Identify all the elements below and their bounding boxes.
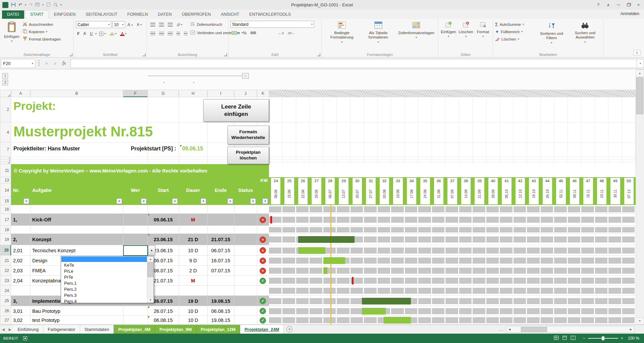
cell-end-27[interactable]: 19.08.15 [207,316,234,325]
formula-input[interactable] [70,59,637,68]
insert-function-button[interactable]: fx [60,61,68,66]
cell-duration-19[interactable]: 21 D [179,234,207,245]
ribbon-tab-entwicklertools[interactable]: ENTWICKLERTOOLS [244,10,296,19]
qat-custom-icon-1[interactable] [35,2,40,7]
gantt-column-headers[interactable] [269,90,636,97]
restore-button[interactable] [624,1,633,9]
thousands-separator-button[interactable]: 000 [249,29,258,37]
cell-nr-22[interactable]: 2,03 [13,266,30,276]
outline-collapse-button[interactable]: − [242,73,249,79]
cell-end-19[interactable]: 21.07.15 [207,234,234,245]
row-header-2[interactable]: 2 [0,97,11,122]
cell-duration-17[interactable]: M [179,214,207,226]
ribbon-tab-seitenlayout[interactable]: SEITENLAYOUT [80,10,122,19]
scroll-up-button[interactable]: ▲ [636,69,644,77]
zoom-level[interactable]: 100 % [628,336,639,341]
scroll-right-button[interactable]: ▶ [628,326,634,332]
column-header-G[interactable]: G [148,90,179,97]
page-layout-view-icon[interactable] [562,336,567,341]
cell-duration-26[interactable]: 10 D [179,306,207,316]
dropdown-item-pers2[interactable]: Pers.2 [61,286,147,292]
decrease-indent-button[interactable] [175,30,181,37]
row-header-16[interactable]: 16 [0,205,11,214]
undo-icon[interactable]: ↶ [18,3,22,7]
collapse-ribbon-button[interactable]: ∧ [633,50,641,55]
scroll-left-button[interactable]: ◀ [506,326,513,332]
minimize-button[interactable] [613,1,623,9]
zoom-slider-thumb[interactable] [602,336,604,340]
row-header-8[interactable]: 8 [0,157,11,159]
cell-end-22[interactable]: 07.07.15 [207,266,234,276]
column-header-I[interactable]: I [207,90,234,97]
format-painter-button[interactable]: Format übertragen [23,36,61,43]
cancel-button[interactable]: × [42,61,51,66]
conditional-formatting-button[interactable]: Bedingte Formatierung ▾ [324,20,360,51]
align-right-button[interactable] [166,30,174,37]
bold-button[interactable]: F [76,30,81,37]
row-header-4[interactable]: 4 [0,122,11,142]
dropdown-item-blank-selected[interactable] [61,257,147,262]
insert-cells-button[interactable]: Einfügen ▾ [440,20,457,51]
dropdown-item-pers4[interactable]: Pers.4 [61,298,147,303]
dropdown-scroll-down[interactable]: ▼ [147,297,154,303]
font-size-combo[interactable]: 10 ▾ [112,21,125,28]
format-as-table-button[interactable]: Als Tabelle formatieren ▾ [361,20,395,51]
cell-task-17[interactable]: Kick-Off [32,214,122,226]
align-left-button[interactable] [149,30,157,37]
row-header-20[interactable]: 20 [0,245,11,256]
filter-button-F[interactable]: ▾ [141,198,147,204]
sheet-tab-einführung[interactable]: Einführung [13,325,43,334]
row-header-27[interactable]: 27 [0,316,11,325]
outline-level-2-button[interactable]: 2 [2,80,8,85]
undo-dropdown-icon[interactable]: ▾ [25,4,26,6]
select-all-corner[interactable] [0,90,11,97]
cell-nr-17[interactable]: 1, [13,214,30,226]
decrease-decimal-button[interactable]: ,00→ [286,29,296,37]
percent-format-button[interactable]: % [241,29,248,37]
cell-end-20[interactable]: 06.07.15 [207,245,234,256]
row-header-13[interactable]: 13 [0,177,11,184]
row-header-19[interactable]: 19 [0,234,11,245]
dialog-launcher-icon[interactable] [317,53,320,56]
insert-empty-row-button[interactable]: Leere Zeileeinfügen [203,99,269,122]
dropdown-item-prte[interactable]: PrTe [61,274,147,280]
cell-nr-20[interactable]: 2,01 [13,245,30,256]
tab-overflow-icon[interactable]: … [496,325,506,334]
sheet-tab-projektplan_9m[interactable]: Projektplan_9M [155,325,196,334]
font-color-button[interactable]: A▾ [119,30,128,37]
cell-nr-19[interactable]: 2, [13,234,30,245]
horizontal-scrollbar[interactable]: ◀ ▶ [506,326,635,333]
fill-button[interactable]: ▼ Füllbereich ▾ [495,28,534,35]
sort-filter-button[interactable]: Sortieren und Filtern ▾ [536,20,567,51]
cell-task-27[interactable]: test Prototyp [32,316,122,325]
new-sheet-button[interactable]: + [286,326,292,332]
save-icon[interactable] [11,2,16,8]
ribbon-tab-formeln[interactable]: FORMELN [122,10,153,19]
sheet-tab-projektplan_4m[interactable]: Projektplan_4M [114,325,155,334]
column-header-H[interactable]: H [179,90,207,97]
restore-formulas-button[interactable]: FormelnWiederherstelle [227,126,269,144]
accounting-format-button[interactable]: ▾ [230,29,240,37]
find-select-button[interactable]: Suchen und Auswählen ▾ [569,20,601,51]
format-cells-button[interactable]: Format ▾ [475,20,491,51]
row-header-25[interactable]: 25 [0,296,11,306]
cell-duration-23[interactable]: M [179,276,207,286]
filter-button-H[interactable]: ▾ [201,198,206,204]
column-header-K[interactable]: K [257,90,269,97]
cell-start-27[interactable]: 06.08.15 [148,316,179,325]
cell-task-20[interactable]: Tecnisches Konzept [32,245,122,256]
increase-decimal-button[interactable]: ←,0 [277,29,285,37]
column-header-F[interactable]: F [123,90,148,97]
selected-cell-F20[interactable] [123,245,148,256]
row-header-24[interactable]: 24 [0,286,11,296]
zoom-in-button[interactable]: + [621,336,623,341]
align-center-button[interactable] [158,30,165,37]
sheet-tab-farbgenerator[interactable]: Farbgenerator [43,325,80,334]
qat-customize-icon[interactable]: ▾ [60,4,62,6]
cell-nr-25[interactable]: 3, [13,296,30,306]
row-header-14[interactable]: 14 [0,184,11,197]
increase-indent-button[interactable] [182,30,189,37]
help-button[interactable]: ? [593,1,603,9]
cell-task-19[interactable]: Konzept [32,234,122,245]
cell-duration-25[interactable]: 19 D [179,296,207,306]
